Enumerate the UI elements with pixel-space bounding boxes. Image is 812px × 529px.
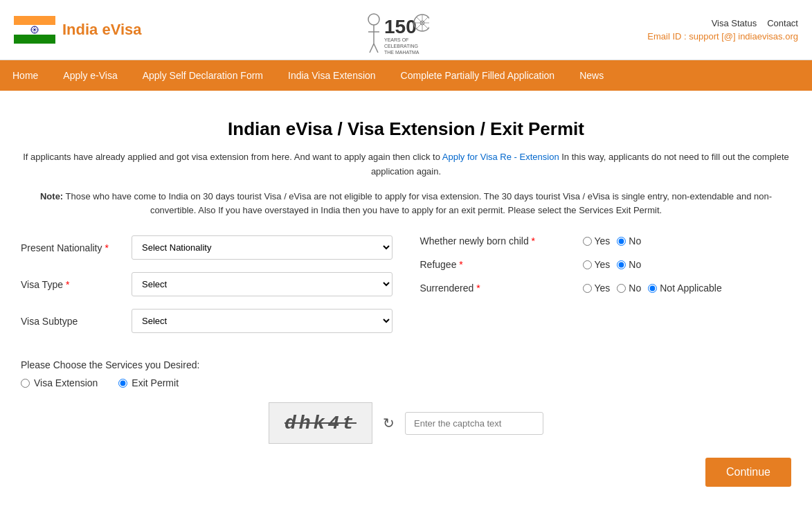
- surrendered-no-radio[interactable]: [617, 284, 626, 293]
- nationality-label: Present Nationality *: [21, 242, 125, 253]
- captcha-input[interactable]: [405, 412, 543, 435]
- note-label: Note:: [40, 191, 63, 201]
- exit-permit-option[interactable]: Exit Permit: [118, 377, 179, 388]
- nav-visa-extension[interactable]: India Visa Extension: [276, 60, 388, 91]
- refugee-yes-radio[interactable]: [583, 260, 592, 269]
- newly-born-yes-option[interactable]: Yes: [583, 235, 611, 246]
- surrendered-yes-option[interactable]: Yes: [583, 283, 611, 294]
- refugee-label: Refugee *: [420, 259, 572, 270]
- continue-button[interactable]: Continue: [705, 458, 791, 487]
- services-options: Visa Extension Exit Permit: [21, 377, 791, 388]
- center-logo: 150 YEARS OF CELEBRATING THE MAHATMA: [360, 6, 429, 54]
- surrendered-no-option[interactable]: No: [617, 283, 641, 294]
- visa-type-row: Visa Type * Select: [21, 272, 393, 296]
- visa-subtype-row: Visa Subtype Select: [21, 309, 393, 333]
- visa-extension-option[interactable]: Visa Extension: [21, 377, 98, 388]
- india-flag-icon: [14, 16, 55, 44]
- email-info: Email ID : support [@] indiaevisas.org: [647, 31, 798, 42]
- refugee-no-radio[interactable]: [617, 260, 626, 269]
- surrendered-na-label: Not Applicable: [660, 283, 722, 294]
- newly-born-radio-group: Yes No: [583, 235, 642, 246]
- services-label: Please Choose the Services you Desired:: [21, 359, 791, 370]
- nav-complete-application[interactable]: Complete Partially Filled Application: [388, 60, 568, 91]
- logo-area: India eVisa: [14, 16, 142, 44]
- refugee-radio-group: Yes No: [583, 259, 642, 270]
- refugee-yes-label: Yes: [595, 259, 611, 270]
- page-title: Indian eVisa / Visa Extension / Exit Per…: [21, 118, 791, 140]
- site-name: India eVisa: [62, 21, 142, 39]
- nationality-select[interactable]: Select Nationality: [132, 235, 393, 260]
- surrendered-yes-label: Yes: [595, 283, 611, 294]
- info-paragraph: If applicants have already applied and g…: [21, 150, 791, 179]
- visa-status-link[interactable]: Visa Status: [712, 18, 757, 28]
- form-right: Whether newly born child * Yes No Refu: [420, 235, 792, 346]
- newly-born-yes-radio[interactable]: [583, 237, 592, 246]
- surrendered-na-radio[interactable]: [648, 284, 657, 293]
- visa-subtype-select[interactable]: Select: [132, 309, 393, 333]
- nationality-row: Present Nationality * Select Nationality: [21, 235, 393, 260]
- refugee-row: Refugee * Yes No: [420, 259, 792, 270]
- exit-permit-label: Exit Permit: [132, 377, 179, 388]
- contact-link[interactable]: Contact: [767, 18, 798, 28]
- top-links: Visa Status Contact Email ID : support […: [647, 18, 798, 42]
- info-text-1: If applicants have already applied and g…: [23, 152, 440, 162]
- captcha-image: dhk4t: [269, 402, 372, 444]
- top-bar: India eVisa 150 YEARS OF CELEBRATING THE…: [0, 0, 812, 60]
- button-row: Continue: [21, 458, 791, 487]
- refugee-no-label: No: [629, 259, 641, 270]
- form-left: Present Nationality * Select Nationality…: [21, 235, 393, 346]
- captcha-section: dhk4t ↻: [21, 402, 791, 444]
- svg-rect-2: [14, 35, 55, 44]
- svg-line-12: [370, 44, 374, 53]
- visa-extension-radio[interactable]: [21, 379, 30, 388]
- surrendered-row: Surrendered * Yes No Not Applicable: [420, 283, 792, 294]
- visa-type-select[interactable]: Select: [132, 272, 393, 296]
- note-text: Those who have come to India on 30 days …: [66, 191, 772, 216]
- form-grid: Present Nationality * Select Nationality…: [21, 235, 791, 346]
- surrendered-no-label: No: [629, 283, 641, 294]
- svg-text:150: 150: [384, 16, 417, 37]
- note-paragraph: Note: Those who have come to India on 30…: [21, 190, 791, 219]
- svg-line-13: [374, 44, 378, 53]
- svg-text:CELEBRATING: CELEBRATING: [384, 44, 418, 48]
- surrendered-na-option[interactable]: Not Applicable: [648, 283, 722, 294]
- newly-born-no-label: No: [629, 235, 641, 246]
- svg-rect-0: [14, 16, 55, 25]
- nav-home[interactable]: Home: [0, 60, 51, 91]
- svg-text:YEARS OF: YEARS OF: [384, 37, 408, 42]
- refugee-yes-option[interactable]: Yes: [583, 259, 611, 270]
- exit-permit-radio[interactable]: [118, 379, 127, 388]
- surrendered-label: Surrendered *: [420, 283, 572, 294]
- nav-self-declaration[interactable]: Apply Self Declaration Form: [130, 60, 276, 91]
- visa-type-label: Visa Type *: [21, 279, 125, 290]
- visa-extension-label: Visa Extension: [34, 377, 98, 388]
- nav-news[interactable]: News: [567, 60, 616, 91]
- refugee-no-option[interactable]: No: [617, 259, 641, 270]
- 150-years-logo: 150 YEARS OF CELEBRATING THE MAHATMA: [360, 6, 429, 54]
- newly-born-label: Whether newly born child *: [420, 235, 572, 246]
- newly-born-no-option[interactable]: No: [617, 235, 641, 246]
- svg-text:THE MAHATMA: THE MAHATMA: [384, 50, 419, 54]
- re-extension-link[interactable]: Apply for Visa Re - Extension: [442, 152, 559, 162]
- newly-born-no-radio[interactable]: [617, 237, 626, 246]
- surrendered-radio-group: Yes No Not Applicable: [583, 283, 722, 294]
- newly-born-yes-label: Yes: [595, 235, 611, 246]
- svg-point-9: [368, 14, 379, 25]
- visa-subtype-label: Visa Subtype: [21, 316, 125, 327]
- captcha-refresh-icon[interactable]: ↻: [383, 415, 395, 431]
- nav-apply-evisa[interactable]: Apply e-Visa: [51, 60, 129, 91]
- newly-born-row: Whether newly born child * Yes No: [420, 235, 792, 246]
- main-content: Indian eVisa / Visa Extension / Exit Per…: [0, 91, 812, 501]
- services-section: Please Choose the Services you Desired: …: [21, 359, 791, 388]
- surrendered-yes-radio[interactable]: [583, 284, 592, 293]
- main-nav: Home Apply e-Visa Apply Self Declaration…: [0, 60, 812, 91]
